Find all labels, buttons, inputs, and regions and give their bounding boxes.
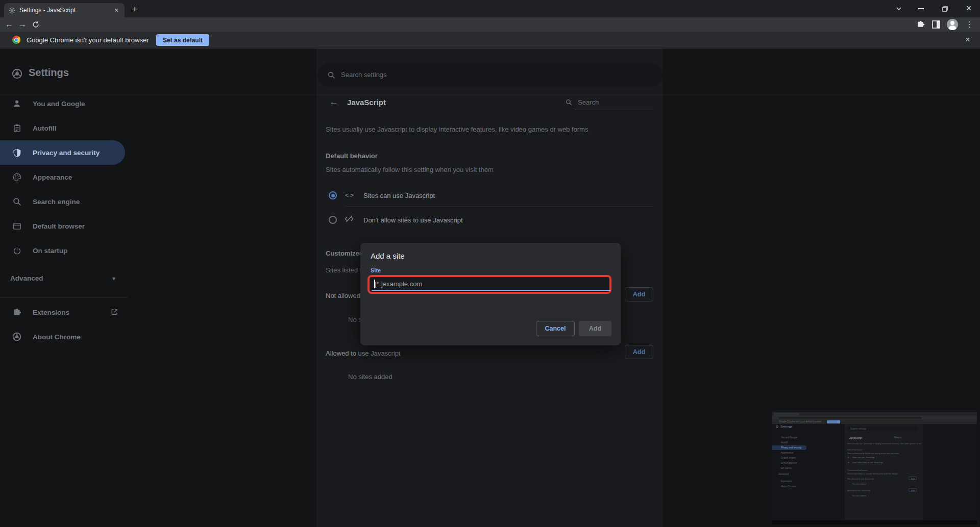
site-input-highlight-box xyxy=(368,275,611,294)
mini-nav-label: Autofill xyxy=(781,441,788,444)
code-off-icon xyxy=(344,215,354,223)
page-description: Sites usually use Javascript to display … xyxy=(326,126,588,133)
mini-nav-label: About Chrome xyxy=(781,485,796,488)
mini-nav-label: Search engine xyxy=(781,457,796,459)
sidebar-item-appearance[interactable]: Appearance xyxy=(0,165,125,189)
add-allowed-button[interactable]: Add xyxy=(625,345,653,359)
profile-avatar[interactable] xyxy=(946,18,959,31)
sidebar-item-extensions[interactable]: Extensions xyxy=(0,300,125,324)
sidebar-label: Search engine xyxy=(33,198,80,206)
sidebar-label: Default browser xyxy=(33,222,85,230)
palette-icon xyxy=(11,171,22,183)
mini-empty-2: No sites added xyxy=(852,494,866,497)
radio-sites-can-use-js[interactable] xyxy=(329,191,337,199)
magnifier-icon xyxy=(11,196,22,207)
mini-radio-label-1: Sites can use Javascript xyxy=(852,456,874,459)
add-not-allowed-button[interactable]: Add xyxy=(625,287,653,302)
sidebar-label: You and Google xyxy=(33,100,85,108)
mini-page-title: JavaScript xyxy=(849,436,862,439)
tab-favicon-gear-icon xyxy=(8,7,15,14)
radio-label-allow: Sites can use Javascript xyxy=(363,192,435,199)
mini-radio-2 xyxy=(848,462,849,463)
default-browser-infobar: Google Chrome isn't your default browser… xyxy=(0,32,980,48)
chrome-logo-color-icon xyxy=(12,36,20,44)
page-search-icon xyxy=(565,98,573,106)
browser-window-icon xyxy=(11,220,22,232)
sidebar-item-about-chrome[interactable]: About Chrome xyxy=(0,324,125,349)
default-behavior-heading: Default behavior xyxy=(326,152,378,160)
sidebar-label: Privacy and security xyxy=(33,149,100,157)
sidebar-item-you-and-google[interactable]: You and Google xyxy=(0,91,125,116)
mini-description: Sites usually use Javascript to display … xyxy=(847,442,921,445)
browser-menu-kebab-icon[interactable]: ⋮ xyxy=(964,18,975,31)
mini-infobar: Google Chrome isn't your default browser xyxy=(772,419,977,424)
mini-customized-sub: Sites listed follow a custom setting ins… xyxy=(847,472,898,475)
mini-page-search: Search xyxy=(894,436,901,439)
cancel-button[interactable]: Cancel xyxy=(536,321,575,336)
radio-dont-allow-js[interactable] xyxy=(329,216,337,224)
clipboard-icon xyxy=(11,122,22,134)
mini-default-sub: Sites automatically follow this setting … xyxy=(847,452,899,455)
browser-window: Settings - JavaScript × + × ← → Chrome c… xyxy=(0,0,980,527)
sidebar-advanced-toggle[interactable]: Advanced ▾ xyxy=(0,268,125,290)
back-icon[interactable]: ← xyxy=(3,18,15,31)
reload-icon[interactable] xyxy=(30,18,42,31)
window-minimize-icon[interactable] xyxy=(915,3,926,14)
active-tab[interactable]: Settings - JavaScript × xyxy=(4,3,125,17)
search-settings-box[interactable]: Search settings xyxy=(317,63,663,87)
mini-bottom-strip xyxy=(772,520,977,524)
settings-title: Settings xyxy=(29,67,69,79)
sidebar-item-privacy-and-security[interactable]: Privacy and security xyxy=(0,140,125,165)
mini-nav-label: Default browser xyxy=(781,462,797,464)
mini-infobar-message: Google Chrome isn't your default browser xyxy=(779,420,821,423)
side-panel-icon[interactable] xyxy=(930,19,942,30)
allowed-empty-text: No sites added xyxy=(348,373,393,381)
mini-default-button xyxy=(827,420,840,423)
tab-title: Settings - JavaScript xyxy=(19,7,76,14)
mini-default-behavior: Default behavior xyxy=(847,448,862,451)
mini-nav-label: Privacy and security xyxy=(781,446,801,449)
tab-search-chevron-icon[interactable] xyxy=(893,3,904,14)
sidebar-divider xyxy=(0,297,128,298)
tab-close-icon[interactable]: × xyxy=(112,6,120,14)
sidebar-label: On startup xyxy=(33,247,67,255)
sidebar-item-on-startup[interactable]: On startup xyxy=(0,238,125,263)
window-close-icon[interactable]: × xyxy=(963,2,975,14)
mini-nav-label: Appearance xyxy=(781,451,793,454)
page-search-underline[interactable] xyxy=(575,110,653,110)
mini-section-2: Allowed to use Javascript xyxy=(847,489,870,492)
mini-empty-1: No sites added xyxy=(852,483,866,485)
advanced-label: Advanced xyxy=(10,274,43,282)
window-restore-icon[interactable] xyxy=(939,3,950,14)
radio-label-block: Don't allow sites to use Javascript xyxy=(363,216,463,224)
search-settings-placeholder: Search settings xyxy=(341,71,387,79)
forward-icon[interactable]: → xyxy=(16,18,29,31)
code-icon: <> xyxy=(345,191,355,199)
infobar-close-icon[interactable]: × xyxy=(962,34,973,45)
preview-thumbnail: Google Chrome isn't your default browser… xyxy=(772,412,977,524)
add-site-dialog: Add a site Site Cancel Add xyxy=(360,243,621,345)
mini-nav-label: You and Google xyxy=(781,436,797,439)
dialog-title: Add a site xyxy=(371,252,405,260)
power-icon xyxy=(11,245,22,256)
sidebar-label: Autofill xyxy=(33,124,57,132)
page-back-icon[interactable]: ← xyxy=(328,96,340,108)
site-input[interactable] xyxy=(372,278,610,291)
mini-nav-label: On startup xyxy=(781,467,792,469)
new-tab-icon[interactable]: + xyxy=(130,4,140,14)
mini-add-button-2: Add xyxy=(909,488,917,492)
extensions-puzzle-icon[interactable] xyxy=(915,19,926,30)
sidebar-label: Extensions xyxy=(33,309,69,316)
sidebar-item-default-browser[interactable]: Default browser xyxy=(0,214,125,238)
settings-menu-logo-icon xyxy=(11,68,22,79)
sidebar-item-autofill[interactable]: Autofill xyxy=(0,116,125,140)
header-divider xyxy=(0,95,980,95)
allowed-section-label: Allowed to use Javascript xyxy=(326,349,401,357)
mini-add-label: Add xyxy=(911,478,915,480)
radio-divider xyxy=(345,206,653,207)
sidebar-item-search-engine[interactable]: Search engine xyxy=(0,189,125,214)
mini-nav-label: Extensions xyxy=(781,480,792,483)
add-button-disabled[interactable]: Add xyxy=(579,321,611,336)
puzzle-icon xyxy=(11,307,22,318)
set-as-default-button[interactable]: Set as default xyxy=(156,34,209,46)
